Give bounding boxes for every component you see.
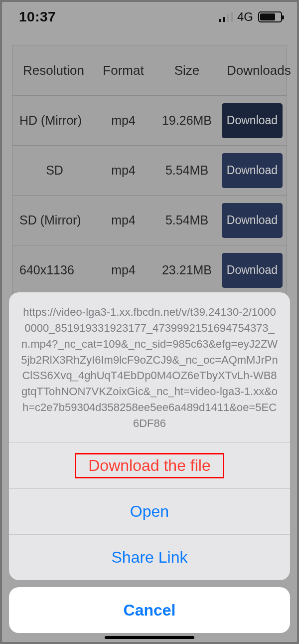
action-sheet-panel: https://video-lga3-1.xx.fbcdn.net/v/t39.… <box>9 292 290 580</box>
col-format: Format <box>95 63 152 78</box>
col-resolution: Resolution <box>12 63 95 78</box>
network-label: 4G <box>237 10 253 24</box>
cell-format: mp4 <box>95 263 152 277</box>
share-link-button[interactable]: Share Link <box>9 534 290 580</box>
cell-format: mp4 <box>95 163 152 178</box>
download-button[interactable]: Download <box>222 203 283 238</box>
download-button[interactable]: Download <box>222 253 283 288</box>
status-indicators: 4G <box>219 10 282 24</box>
cell-format: mp4 <box>95 213 152 227</box>
col-size: Size <box>152 63 222 78</box>
cell-resolution: SD (Mirror) <box>12 213 95 227</box>
cancel-button[interactable]: Cancel <box>9 587 290 633</box>
home-indicator[interactable] <box>105 636 194 639</box>
cell-format: mp4 <box>95 113 152 128</box>
col-downloads: Downloads <box>222 63 296 78</box>
sheet-message: https://video-lga3-1.xx.fbcdn.net/v/t39.… <box>9 292 290 442</box>
cell-resolution: 640x1136 <box>12 263 95 277</box>
download-button[interactable]: Download <box>222 103 283 138</box>
download-button[interactable]: Download <box>222 153 283 188</box>
cell-size: 23.21MB <box>152 263 222 277</box>
status-time: 10:37 <box>19 9 56 25</box>
cell-resolution: SD <box>12 163 95 178</box>
cell-size: 19.26MB <box>152 113 222 128</box>
battery-icon <box>258 11 282 22</box>
table-row: HD (Mirror) mp4 19.26MB Download <box>12 95 287 145</box>
table-header-row: Resolution Format Size Downloads <box>12 45 287 95</box>
cell-size: 5.54MB <box>152 213 222 227</box>
status-bar: 10:37 4G <box>2 2 297 32</box>
download-table: Resolution Format Size Downloads HD (Mir… <box>12 45 287 295</box>
highlighted-label: Download the file <box>75 453 224 478</box>
cellular-signal-icon <box>219 12 233 22</box>
table-row: 640x1136 mp4 23.21MB Download <box>12 245 287 295</box>
action-sheet: https://video-lga3-1.xx.fbcdn.net/v/t39.… <box>9 292 290 633</box>
cell-resolution: HD (Mirror) <box>12 113 95 128</box>
table-row: SD (Mirror) mp4 5.54MB Download <box>12 195 287 245</box>
table-row: SD mp4 5.54MB Download <box>12 145 287 195</box>
download-file-button[interactable]: Download the file <box>9 442 290 488</box>
cell-size: 5.54MB <box>152 163 222 178</box>
open-button[interactable]: Open <box>9 488 290 534</box>
device-screen: 10:37 4G Resolution Format Size Download… <box>2 2 297 642</box>
